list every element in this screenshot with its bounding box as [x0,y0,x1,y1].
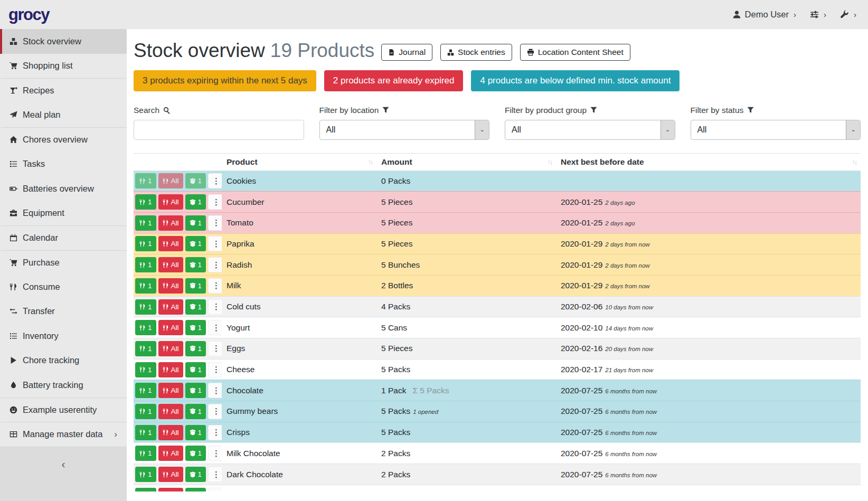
user-menu[interactable]: Demo User › [732,10,796,20]
open-one-button[interactable]: 1 [185,257,206,272]
product-cell[interactable]: Paprika [222,233,376,254]
sidebar-item-batteries-overview[interactable]: Batteries overview [0,176,127,201]
consume-all-button[interactable]: All [158,278,183,294]
consume-all-button[interactable]: All [158,257,183,272]
sidebar-item-calendar[interactable]: Calendar [0,225,127,250]
consume-all-button[interactable]: All [158,383,183,398]
sidebar-item-recipes[interactable]: Recipes [0,78,127,103]
consume-one-button[interactable]: 1 [135,320,156,335]
product-cell[interactable]: Cheese [222,359,376,380]
more-actions-button[interactable]: ⋮ [208,320,222,335]
open-one-button[interactable]: 1 [185,488,206,491]
consume-all-button[interactable]: All [158,488,183,491]
consume-all-button[interactable]: All [158,362,183,377]
consume-all-button[interactable]: All [158,173,183,188]
more-actions-button[interactable]: ⋮ [208,173,222,188]
more-actions-button[interactable]: ⋮ [208,488,222,491]
sort-icon[interactable]: ↑↓ [548,157,552,166]
consume-one-button[interactable]: 1 [135,236,156,251]
open-one-button[interactable]: 1 [185,236,206,251]
product-cell[interactable]: Radish [222,254,376,276]
sidebar-item-shopping-list[interactable]: Shopping list [0,54,127,79]
consume-one-button[interactable]: 1 [135,299,156,315]
open-one-button[interactable]: 1 [185,194,206,210]
sidebar-item-stock-overview[interactable]: Stock overview [0,29,127,54]
open-one-button[interactable]: 1 [185,341,206,356]
sidebar-item-manage-master-data[interactable]: Manage master data › [0,422,127,447]
consume-all-button[interactable]: All [158,446,183,461]
product-cell[interactable]: Eggs [222,338,376,360]
product-cell[interactable]: Dark Chocolate [222,464,376,485]
sidebar-item-consume[interactable]: Consume [0,275,127,299]
consume-one-button[interactable]: 1 [135,362,156,377]
consume-all-button[interactable]: All [158,425,183,440]
more-actions-button[interactable]: ⋮ [208,215,222,231]
sidebar-item-tasks[interactable]: Tasks [0,152,127,177]
consume-all-button[interactable]: All [158,299,183,315]
sort-icon[interactable]: ↑↓ [368,157,373,166]
more-actions-button[interactable]: ⋮ [208,341,222,356]
admin-menu[interactable]: › [840,10,856,19]
more-actions-button[interactable]: ⋮ [208,383,222,398]
consume-one-button[interactable]: 1 [135,257,156,272]
product-cell[interactable]: Cold cuts [222,296,376,317]
consume-all-button[interactable]: All [158,341,183,356]
more-actions-button[interactable]: ⋮ [208,467,222,482]
consume-one-button[interactable]: 1 [135,194,156,210]
product-cell[interactable]: Tomato [222,212,376,233]
consume-all-button[interactable]: All [158,215,183,231]
sidebar-item-equipment[interactable]: Equipment [0,201,127,226]
open-one-button[interactable]: 1 [185,404,206,419]
consume-all-button[interactable]: All [158,467,183,482]
consume-one-button[interactable]: 1 [135,425,156,440]
consume-all-button[interactable]: All [158,236,183,251]
settings-menu[interactable]: › [810,10,826,19]
sidebar-item-chores-overview[interactable]: Chores overview [0,127,127,152]
product-cell[interactable]: Milk Chocolate [222,443,376,464]
stock-entries-button[interactable]: Stock entries [440,44,512,61]
product-cell[interactable]: Chocolate [222,380,376,401]
open-one-button[interactable]: 1 [185,362,206,377]
more-actions-button[interactable]: ⋮ [208,362,222,377]
open-one-button[interactable]: 1 [185,299,206,315]
consume-all-button[interactable]: All [158,404,183,419]
consume-one-button[interactable]: 1 [135,383,156,398]
product-cell[interactable] [222,485,376,491]
sidebar-item-example-userentity[interactable]: Example userentity [0,398,127,422]
more-actions-button[interactable]: ⋮ [208,194,222,210]
product-cell[interactable]: Cookies [222,171,376,192]
consume-one-button[interactable]: 1 [135,404,156,419]
consume-one-button[interactable]: 1 [135,173,156,188]
open-one-button[interactable]: 1 [185,467,206,482]
status-select[interactable]: All ⌄ [691,120,861,140]
open-one-button[interactable]: 1 [185,173,206,188]
date-column-header[interactable]: Next best before date↑↓ [556,153,861,171]
open-one-button[interactable]: 1 [185,278,206,294]
product-cell[interactable]: Cucumber [222,192,376,213]
open-one-button[interactable]: 1 [185,215,206,231]
more-actions-button[interactable]: ⋮ [208,299,222,315]
expired-alert[interactable]: 2 products are already expired [324,70,464,91]
open-one-button[interactable]: 1 [185,320,206,335]
product-column-header[interactable]: Product↑↓ [222,153,376,171]
sort-icon[interactable]: ↑↓ [852,157,857,166]
sidebar-item-purchase[interactable]: Purchase [0,250,127,275]
sidebar-item-transfer[interactable]: Transfer [0,299,127,324]
sidebar-collapse-button[interactable]: ‹ [0,447,127,501]
location-select[interactable]: All ⌄ [319,120,490,140]
sidebar-item-inventory[interactable]: Inventory [0,324,127,348]
open-one-button[interactable]: 1 [185,446,206,461]
below-min-stock-alert[interactable]: 4 products are below defined min. stock … [471,70,680,91]
consume-one-button[interactable]: 1 [135,278,156,294]
product-cell[interactable]: Crisps [222,422,376,443]
open-one-button[interactable]: 1 [185,425,206,440]
amount-column-header[interactable]: Amount↑↓ [376,153,556,171]
more-actions-button[interactable]: ⋮ [208,446,222,461]
consume-one-button[interactable]: 1 [135,488,156,491]
search-input[interactable] [134,120,304,140]
more-actions-button[interactable]: ⋮ [208,404,222,419]
consume-one-button[interactable]: 1 [135,467,156,482]
sidebar-item-battery-tracking[interactable]: Battery tracking [0,373,127,398]
consume-one-button[interactable]: 1 [135,215,156,231]
product-cell[interactable]: Milk [222,275,376,296]
